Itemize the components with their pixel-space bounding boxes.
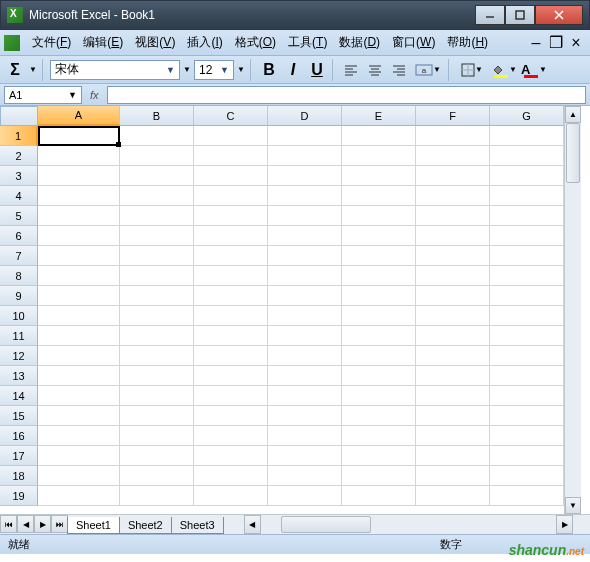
cell-A3[interactable] [38, 166, 120, 186]
cell-A12[interactable] [38, 346, 120, 366]
cell-C16[interactable] [194, 426, 268, 446]
cell-D12[interactable] [268, 346, 342, 366]
cell-C6[interactable] [194, 226, 268, 246]
cell-D17[interactable] [268, 446, 342, 466]
row-header-13[interactable]: 13 [0, 366, 38, 386]
sheet-tab-sheet2[interactable]: Sheet2 [119, 517, 172, 534]
cell-B13[interactable] [120, 366, 194, 386]
menu-f[interactable]: 文件(F) [26, 31, 77, 54]
cell-A6[interactable] [38, 226, 120, 246]
merge-center-button[interactable]: a▼ [412, 59, 444, 81]
cell-B16[interactable] [120, 426, 194, 446]
cell-E18[interactable] [342, 466, 416, 486]
cell-F14[interactable] [416, 386, 490, 406]
row-header-14[interactable]: 14 [0, 386, 38, 406]
cell-G18[interactable] [490, 466, 564, 486]
cell-A10[interactable] [38, 306, 120, 326]
cell-D1[interactable] [268, 126, 342, 146]
align-left-button[interactable] [340, 59, 362, 81]
menu-e[interactable]: 编辑(E) [77, 31, 129, 54]
cell-G4[interactable] [490, 186, 564, 206]
cell-C19[interactable] [194, 486, 268, 506]
app-icon[interactable] [4, 35, 20, 51]
cell-C15[interactable] [194, 406, 268, 426]
cell-F17[interactable] [416, 446, 490, 466]
cell-C12[interactable] [194, 346, 268, 366]
cell-F6[interactable] [416, 226, 490, 246]
cell-F5[interactable] [416, 206, 490, 226]
cell-G8[interactable] [490, 266, 564, 286]
tab-last-button[interactable]: ⏭ [51, 515, 68, 533]
cell-F10[interactable] [416, 306, 490, 326]
cell-E10[interactable] [342, 306, 416, 326]
scroll-down-button[interactable]: ▼ [565, 497, 581, 514]
cell-F4[interactable] [416, 186, 490, 206]
underline-button[interactable]: U [306, 59, 328, 81]
scroll-left-button[interactable]: ◀ [244, 515, 261, 534]
column-header-D[interactable]: D [268, 106, 342, 126]
sheet-tab-sheet1[interactable]: Sheet1 [67, 517, 120, 534]
cell-C10[interactable] [194, 306, 268, 326]
cell-F16[interactable] [416, 426, 490, 446]
row-header-9[interactable]: 9 [0, 286, 38, 306]
cell-D6[interactable] [268, 226, 342, 246]
cell-E17[interactable] [342, 446, 416, 466]
cell-E9[interactable] [342, 286, 416, 306]
mdi-close-button[interactable]: × [567, 36, 585, 50]
cell-F8[interactable] [416, 266, 490, 286]
cell-A5[interactable] [38, 206, 120, 226]
maximize-button[interactable] [505, 5, 535, 25]
cell-B2[interactable] [120, 146, 194, 166]
cell-B19[interactable] [120, 486, 194, 506]
cell-G5[interactable] [490, 206, 564, 226]
row-header-5[interactable]: 5 [0, 206, 38, 226]
cell-F2[interactable] [416, 146, 490, 166]
cell-E14[interactable] [342, 386, 416, 406]
cell-F19[interactable] [416, 486, 490, 506]
cell-A7[interactable] [38, 246, 120, 266]
fill-color-button[interactable]: ▼ [490, 59, 518, 81]
cell-C3[interactable] [194, 166, 268, 186]
cell-C1[interactable] [194, 126, 268, 146]
mdi-minimize-button[interactable]: – [527, 36, 545, 50]
formula-input[interactable] [107, 86, 586, 104]
font-dropdown[interactable]: 宋体 ▼ [50, 60, 180, 80]
cell-B8[interactable] [120, 266, 194, 286]
cell-G7[interactable] [490, 246, 564, 266]
cell-D13[interactable] [268, 366, 342, 386]
cell-B9[interactable] [120, 286, 194, 306]
cell-G1[interactable] [490, 126, 564, 146]
vertical-scrollbar[interactable]: ▲ ▼ [564, 106, 581, 514]
cell-A17[interactable] [38, 446, 120, 466]
cell-B12[interactable] [120, 346, 194, 366]
font-more-button[interactable]: ▼ [182, 59, 192, 81]
cell-D19[interactable] [268, 486, 342, 506]
row-header-11[interactable]: 11 [0, 326, 38, 346]
row-header-16[interactable]: 16 [0, 426, 38, 446]
cell-A4[interactable] [38, 186, 120, 206]
cell-C9[interactable] [194, 286, 268, 306]
cell-E16[interactable] [342, 426, 416, 446]
italic-button[interactable]: I [282, 59, 304, 81]
cell-G10[interactable] [490, 306, 564, 326]
row-header-7[interactable]: 7 [0, 246, 38, 266]
cell-B11[interactable] [120, 326, 194, 346]
cell-D4[interactable] [268, 186, 342, 206]
cell-B14[interactable] [120, 386, 194, 406]
cell-B10[interactable] [120, 306, 194, 326]
menu-o[interactable]: 格式(O) [229, 31, 282, 54]
cell-E11[interactable] [342, 326, 416, 346]
tab-next-button[interactable]: ▶ [34, 515, 51, 533]
row-header-4[interactable]: 4 [0, 186, 38, 206]
cell-F3[interactable] [416, 166, 490, 186]
cell-F12[interactable] [416, 346, 490, 366]
cell-D2[interactable] [268, 146, 342, 166]
row-header-2[interactable]: 2 [0, 146, 38, 166]
mdi-restore-button[interactable]: ❐ [547, 36, 565, 50]
cell-D11[interactable] [268, 326, 342, 346]
row-header-19[interactable]: 19 [0, 486, 38, 506]
row-header-15[interactable]: 15 [0, 406, 38, 426]
cell-A16[interactable] [38, 426, 120, 446]
row-header-17[interactable]: 17 [0, 446, 38, 466]
cell-E1[interactable] [342, 126, 416, 146]
